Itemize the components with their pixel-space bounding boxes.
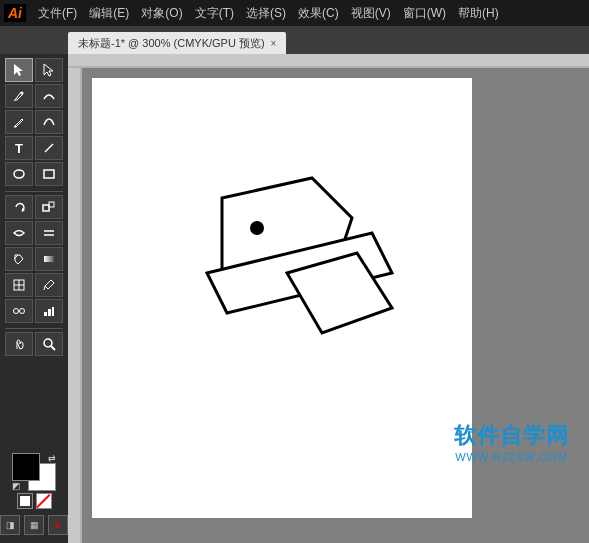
tool-mesh[interactable] xyxy=(5,273,33,297)
tool-row-chart xyxy=(2,299,66,323)
svg-point-14 xyxy=(14,309,19,314)
color-area: ⇄ ◩ ◨ ▦ ⊘ xyxy=(0,449,68,539)
tool-rotate[interactable] xyxy=(5,195,33,219)
none-swatch[interactable] xyxy=(36,493,52,509)
svg-rect-23 xyxy=(68,54,589,68)
color-icon[interactable]: ◨ xyxy=(0,515,20,535)
tool-row-warp xyxy=(2,221,66,245)
artwork-svg xyxy=(92,78,472,518)
tool-line[interactable] xyxy=(35,136,63,160)
menu-object[interactable]: 对象(O) xyxy=(135,3,188,24)
tab-bar: 未标题-1* @ 300% (CMYK/GPU 预览) × xyxy=(0,26,589,54)
gradient-icon[interactable]: ▦ xyxy=(24,515,44,535)
active-tab[interactable]: 未标题-1* @ 300% (CMYK/GPU 预览) × xyxy=(68,32,286,54)
svg-marker-1 xyxy=(44,64,53,76)
title-bar: Ai 文件(F) 编辑(E) 对象(O) 文字(T) 选择(S) 效果(C) 视… xyxy=(0,0,589,26)
content-row: 软件自学网 WWW.RJZXW.COM xyxy=(68,68,589,543)
swap-colors-icon[interactable]: ⇄ xyxy=(48,453,56,463)
reset-colors-icon[interactable]: ◩ xyxy=(12,481,21,491)
tool-divider-2 xyxy=(5,328,63,329)
tool-eyedrop[interactable] xyxy=(35,273,63,297)
svg-point-4 xyxy=(14,170,24,178)
horizontal-ruler xyxy=(68,54,589,68)
menu-edit[interactable]: 编辑(E) xyxy=(83,3,135,24)
svg-rect-25 xyxy=(68,68,82,543)
tool-blend[interactable] xyxy=(5,299,33,323)
svg-line-21 xyxy=(51,346,55,350)
tool-direct-select[interactable] xyxy=(35,58,63,82)
stroke-swatch[interactable] xyxy=(17,493,33,509)
color-boxes: ⇄ ◩ xyxy=(12,453,56,491)
tool-select[interactable] xyxy=(5,58,33,82)
ai-logo: Ai xyxy=(4,4,26,22)
foreground-color[interactable] xyxy=(12,453,40,481)
drawing-canvas xyxy=(92,78,472,518)
menu-bar: 文件(F) 编辑(E) 对象(O) 文字(T) 选择(S) 效果(C) 视图(V… xyxy=(32,3,505,24)
tool-curvature[interactable] xyxy=(35,84,63,108)
tool-row-type: T xyxy=(2,136,66,160)
tool-row-navigate xyxy=(2,332,66,356)
menu-text[interactable]: 文字(T) xyxy=(189,3,240,24)
menu-view[interactable]: 视图(V) xyxy=(345,3,397,24)
svg-rect-7 xyxy=(43,205,49,211)
pattern-icon[interactable]: ⊘ xyxy=(48,515,68,535)
tool-hand[interactable] xyxy=(5,332,33,356)
tool-pen[interactable] xyxy=(5,84,33,108)
tool-rect[interactable] xyxy=(35,162,63,186)
svg-line-3 xyxy=(45,144,53,152)
svg-point-20 xyxy=(44,339,52,347)
canvas-area[interactable]: 软件自学网 WWW.RJZXW.COM xyxy=(82,68,589,543)
tool-row-selection xyxy=(2,58,66,82)
svg-point-2 xyxy=(21,92,24,95)
tool-ellipse[interactable] xyxy=(5,162,33,186)
tool-row-pencil xyxy=(2,110,66,134)
svg-rect-19 xyxy=(52,307,54,316)
svg-point-27 xyxy=(250,221,264,235)
svg-line-13 xyxy=(44,286,45,290)
svg-rect-22 xyxy=(19,495,31,507)
ruler-area: 软件自学网 WWW.RJZXW.COM xyxy=(68,54,589,543)
tool-zoom[interactable] xyxy=(35,332,63,356)
svg-rect-9 xyxy=(44,256,54,262)
svg-marker-0 xyxy=(14,64,23,76)
vertical-ruler xyxy=(68,68,82,543)
tool-pencil[interactable] xyxy=(5,110,33,134)
menu-file[interactable]: 文件(F) xyxy=(32,3,83,24)
none-stroke-row xyxy=(17,493,52,509)
tool-warp[interactable] xyxy=(5,221,33,245)
color-mode-icons: ◨ ▦ ⊘ xyxy=(0,515,68,535)
svg-rect-18 xyxy=(48,309,51,316)
tool-row-mesh xyxy=(2,273,66,297)
tool-row-shape xyxy=(2,162,66,186)
tab-close-button[interactable]: × xyxy=(271,38,277,49)
menu-window[interactable]: 窗口(W) xyxy=(397,3,452,24)
svg-rect-5 xyxy=(44,170,54,178)
tool-scale[interactable] xyxy=(35,195,63,219)
tool-reshape[interactable] xyxy=(35,221,63,245)
tool-gradient[interactable] xyxy=(35,247,63,271)
tool-type[interactable]: T xyxy=(5,136,33,160)
tab-label: 未标题-1* @ 300% (CMYK/GPU 预览) xyxy=(78,36,265,51)
tool-chart[interactable] xyxy=(35,299,63,323)
tool-row-paint xyxy=(2,247,66,271)
toolbar: T xyxy=(0,54,68,543)
tool-smooth[interactable] xyxy=(35,110,63,134)
menu-select[interactable]: 选择(S) xyxy=(240,3,292,24)
tool-row-transform xyxy=(2,195,66,219)
tool-divider-1 xyxy=(5,191,63,192)
menu-help[interactable]: 帮助(H) xyxy=(452,3,505,24)
tool-row-pen xyxy=(2,84,66,108)
main-area: T xyxy=(0,54,589,543)
svg-rect-17 xyxy=(44,312,47,316)
svg-point-15 xyxy=(20,309,25,314)
menu-effect[interactable]: 效果(C) xyxy=(292,3,345,24)
tool-paintbucket[interactable] xyxy=(5,247,33,271)
